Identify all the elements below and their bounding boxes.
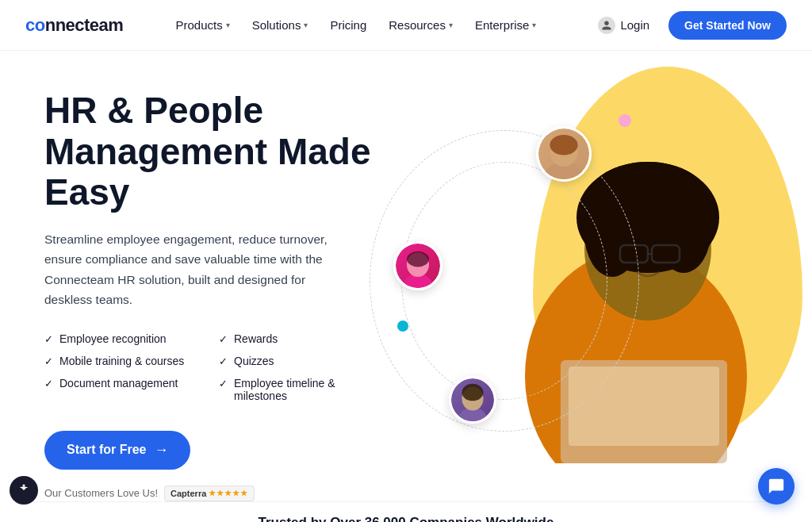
nav-actions: Login Get Started Now	[588, 10, 787, 40]
navigation: connecteam Products ▾ Solutions ▾ Pricin…	[0, 0, 812, 51]
login-button[interactable]: Login	[588, 10, 659, 40]
logo[interactable]: connecteam	[25, 15, 123, 36]
features-list: ✓ Employee recognition ✓ Rewards ✓ Mobil…	[44, 332, 377, 402]
feature-rewards: ✓ Rewards	[219, 332, 377, 345]
svg-point-20	[462, 384, 484, 401]
orbit-illustration	[401, 98, 655, 447]
avatar-bubble-3	[449, 376, 496, 424]
pink-accent-dot	[619, 114, 631, 127]
chevron-down-icon: ▾	[532, 21, 536, 29]
check-icon: ✓	[219, 378, 228, 390]
nav-item-resources[interactable]: Resources ▾	[379, 12, 462, 38]
check-icon: ✓	[44, 378, 53, 390]
feature-quizzes: ✓ Quizzes	[219, 355, 377, 367]
svg-point-17	[407, 251, 429, 267]
avatar-face-3	[451, 378, 494, 421]
arrow-right-icon: →	[154, 442, 168, 459]
avatar-face-1	[538, 129, 589, 179]
feature-mobile-training: ✓ Mobile training & courses	[44, 355, 203, 367]
feature-document-management: ✓ Document management	[44, 377, 203, 402]
avatar-bubble-2	[393, 241, 442, 290]
hero-title: HR & People Management Made Easy	[44, 90, 377, 213]
trust-bar: Trusted by Over 36,000 Companies Worldwi…	[25, 501, 787, 522]
nav-links: Products ▾ Solutions ▾ Pricing Resources…	[166, 12, 546, 38]
star-rating: ★★★★★	[209, 489, 248, 497]
check-icon: ✓	[44, 333, 53, 345]
avatar-face-2	[396, 244, 440, 288]
hero-illustration	[377, 83, 787, 501]
check-icon: ✓	[44, 355, 53, 367]
accessibility-icon	[17, 483, 31, 497]
chat-button[interactable]	[758, 468, 795, 505]
chevron-down-icon: ▾	[226, 21, 230, 29]
teal-accent-dot	[397, 320, 408, 332]
feature-employee-recognition: ✓ Employee recognition	[44, 332, 203, 345]
nav-item-enterprise[interactable]: Enterprise ▾	[465, 12, 546, 38]
get-started-button[interactable]: Get Started Now	[668, 11, 787, 40]
logo-accent: co	[25, 15, 45, 35]
check-icon: ✓	[219, 355, 228, 367]
chat-icon	[768, 478, 785, 495]
avatar-bubble-1	[536, 126, 592, 182]
user-icon	[598, 17, 615, 34]
check-icon: ✓	[219, 333, 228, 345]
nav-item-solutions[interactable]: Solutions ▾	[243, 12, 318, 38]
start-free-button[interactable]: Start for Free →	[44, 431, 190, 470]
svg-point-21	[23, 485, 25, 487]
nav-item-products[interactable]: Products ▾	[166, 12, 239, 38]
hero-section: HR & People Management Made Easy Streaml…	[0, 51, 812, 501]
chevron-down-icon: ▾	[449, 21, 453, 29]
chevron-down-icon: ▾	[304, 21, 308, 29]
capterra-badge: Capterra ★★★★★	[164, 486, 255, 501]
logo-text: nnecteam	[45, 15, 124, 35]
nav-item-pricing[interactable]: Pricing	[320, 12, 376, 38]
feature-timeline: ✓ Employee timeline & milestones	[219, 377, 377, 402]
hero-content: HR & People Management Made Easy Streaml…	[44, 83, 377, 501]
hero-subtitle: Streamline employee engagement, reduce t…	[44, 229, 338, 310]
accessibility-button[interactable]	[10, 476, 38, 505]
svg-point-14	[550, 135, 577, 155]
customers-love-section: Our Customers Love Us! Capterra ★★★★★	[44, 486, 377, 501]
